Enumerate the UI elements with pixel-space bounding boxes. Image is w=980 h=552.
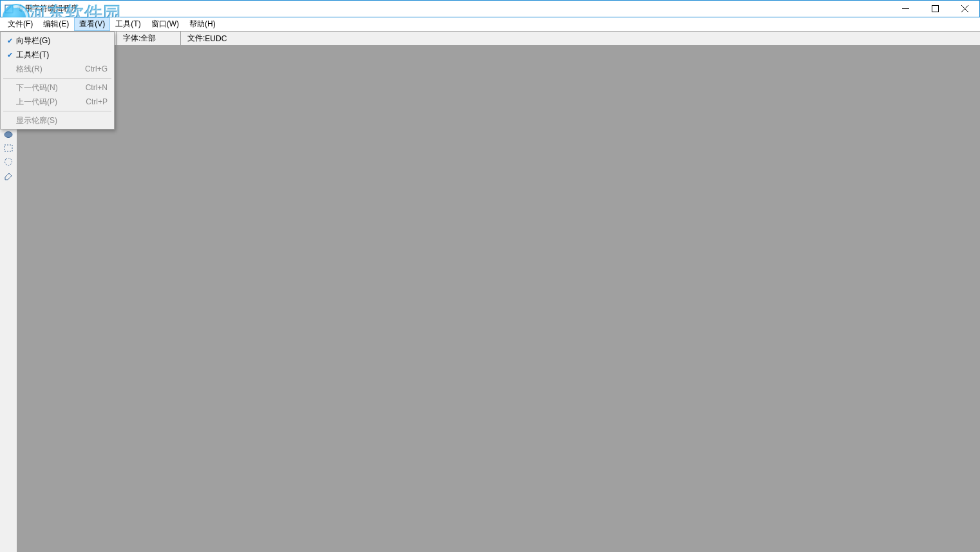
- dd-shortcut: Ctrl+P: [74, 97, 108, 106]
- dd-separator: [3, 78, 111, 79]
- svg-point-9: [5, 132, 12, 138]
- menu-view[interactable]: 查看(V): [74, 17, 110, 31]
- file-label: 文件:: [187, 33, 205, 44]
- menu-edit[interactable]: 编辑(E): [38, 17, 74, 31]
- select-free-icon[interactable]: [1, 155, 15, 168]
- window-controls: [890, 1, 979, 17]
- workspace: [0, 46, 980, 552]
- view-dropdown: ✔ 向导栏(G) ✔ 工具栏(T) 格线(R) Ctrl+G 下一代码(N) C…: [0, 32, 115, 129]
- menu-help[interactable]: 帮助(H): [184, 17, 221, 31]
- menubar: 文件(F) 编辑(E) 查看(V) 工具(T) 窗口(W) 帮助(H): [0, 17, 980, 32]
- dd-shortcut: Ctrl+N: [74, 83, 108, 92]
- svg-rect-2: [932, 6, 938, 12]
- dd-shortcut: Ctrl+G: [73, 64, 108, 73]
- dd-item-grid[interactable]: 格线(R) Ctrl+G: [2, 62, 113, 76]
- app-icon: [4, 4, 14, 14]
- maximize-button[interactable]: [920, 1, 950, 17]
- dd-item-toolbar[interactable]: ✔ 工具栏(T): [2, 48, 113, 62]
- dd-label: 工具栏(T): [15, 50, 96, 61]
- titlebar: 专用字符编辑程序: [0, 0, 980, 17]
- ellipse-filled-icon[interactable]: [1, 128, 15, 141]
- dd-item-prev-code[interactable]: 上一代码(P) Ctrl+P: [2, 95, 113, 109]
- dd-separator: [3, 111, 111, 111]
- guide-cell-font: 字体: 全部: [116, 32, 180, 45]
- dd-item-outline[interactable]: 显示轮廓(S): [2, 113, 113, 128]
- dd-label: 格线(R): [15, 64, 73, 75]
- guide-cell-file: 文件: EUDC: [180, 32, 980, 45]
- canvas-area[interactable]: [17, 46, 980, 552]
- minimize-button[interactable]: [890, 1, 920, 17]
- font-value: 全部: [140, 33, 156, 44]
- menu-file[interactable]: 文件(F): [3, 17, 38, 31]
- file-value: EUDC: [205, 34, 227, 43]
- svg-rect-0: [5, 5, 13, 13]
- dd-item-next-code[interactable]: 下一代码(N) Ctrl+N: [2, 81, 113, 95]
- svg-rect-10: [5, 145, 12, 151]
- check-icon: ✔: [5, 37, 15, 45]
- dd-label: 下一代码(N): [15, 82, 74, 93]
- close-button[interactable]: [950, 1, 979, 17]
- dd-item-guidebar[interactable]: ✔ 向导栏(G): [2, 33, 113, 48]
- window-title: 专用字符编辑程序: [17, 3, 79, 14]
- dd-label: 显示轮廓(S): [15, 115, 96, 126]
- eraser-icon[interactable]: [1, 169, 15, 182]
- guide-bar: 字体: 全部 文件: EUDC: [0, 32, 980, 46]
- dd-label: 向导栏(G): [15, 35, 96, 46]
- dd-label: 上一代码(P): [15, 97, 74, 108]
- select-rect-icon[interactable]: [1, 142, 15, 155]
- check-icon: ✔: [5, 51, 15, 59]
- menu-window[interactable]: 窗口(W): [146, 17, 184, 31]
- font-label: 字体:: [123, 33, 140, 44]
- menu-tools[interactable]: 工具(T): [110, 17, 146, 31]
